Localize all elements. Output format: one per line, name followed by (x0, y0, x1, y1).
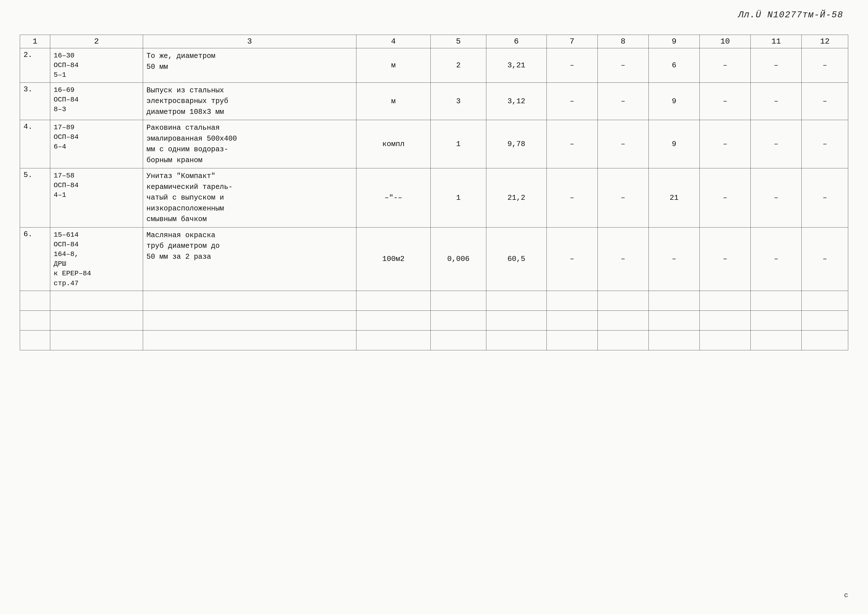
table-row: 3. 16–69ОСП–848–3 Выпуск из стальныхэлек… (20, 82, 848, 120)
table-row: 6. 15–614ОСП–84164–8,ДРШк ЕРЕР–84стр.47 … (20, 227, 848, 291)
row-desc: Унитаз "Компакт"керамический тарель-чаты… (143, 168, 356, 228)
empty-cell (751, 310, 802, 330)
page-footer: с (844, 591, 848, 599)
row-col12: – (802, 82, 848, 120)
row-number: 2. (20, 48, 50, 83)
row-col12: – (802, 168, 848, 228)
col-header-1: 1 (20, 35, 50, 48)
page-indicator: с (844, 591, 848, 599)
page: Лл.Ü N10277тм-Й-58 1 2 3 4 5 6 7 8 9 10 … (0, 0, 868, 614)
row-col11: – (751, 48, 802, 83)
row-qty: 3 (431, 82, 486, 120)
empty-cell (700, 291, 751, 310)
col-header-3: 3 (143, 35, 356, 48)
row-col10: – (700, 48, 751, 83)
col-header-4: 4 (356, 35, 431, 48)
row-qty: 1 (431, 120, 486, 168)
row-price: 21,2 (486, 168, 547, 228)
empty-cell (802, 330, 848, 350)
col-header-5: 5 (431, 35, 486, 48)
row-col8: – (597, 48, 648, 83)
row-qty: 1 (431, 168, 486, 228)
row-col10: – (700, 120, 751, 168)
empty-cell (486, 291, 547, 310)
row-desc: То же, диаметром50 мм (143, 48, 356, 83)
empty-cell (50, 291, 143, 310)
empty-cell (547, 330, 597, 350)
row-desc: Раковина стальнаяэмалированная 500х400мм… (143, 120, 356, 168)
empty-cell (802, 310, 848, 330)
row-price: 9,78 (486, 120, 547, 168)
col-header-12: 12 (802, 35, 848, 48)
empty-cell (486, 310, 547, 330)
row-col7: – (547, 48, 597, 83)
empty-cell (431, 310, 486, 330)
row-col11: – (751, 168, 802, 228)
row-col8: – (597, 227, 648, 291)
table-row: 4. 17–89ОСП–846–4 Раковина стальнаяэмали… (20, 120, 848, 168)
row-unit: 100м2 (356, 227, 431, 291)
empty-cell (751, 330, 802, 350)
empty-cell (597, 291, 648, 310)
table-row: 2. 16–30ОСП–845–1 То же, диаметром50 мм … (20, 48, 848, 83)
row-col12: – (802, 227, 848, 291)
row-col11: – (751, 120, 802, 168)
col-header-9: 9 (648, 35, 699, 48)
empty-cell (356, 330, 431, 350)
row-col7: – (547, 82, 597, 120)
empty-cell (547, 291, 597, 310)
row-col12: – (802, 48, 848, 83)
empty-cell (20, 291, 50, 310)
col-header-8: 8 (597, 35, 648, 48)
header-row: 1 2 3 4 5 6 7 8 9 10 11 12 (20, 35, 848, 48)
empty-cell (648, 291, 699, 310)
empty-cell (143, 330, 356, 350)
row-number: 3. (20, 82, 50, 120)
row-col9: 9 (648, 120, 699, 168)
row-number: 6. (20, 227, 50, 291)
empty-cell (50, 310, 143, 330)
empty-cell (802, 291, 848, 310)
row-ref: 16–30ОСП–845–1 (50, 48, 143, 83)
empty-row (20, 330, 848, 350)
document-stamp: Лл.Ü N10277тм-Й-58 (738, 10, 843, 20)
empty-cell (20, 310, 50, 330)
col-header-7: 7 (547, 35, 597, 48)
row-price: 60,5 (486, 227, 547, 291)
row-unit: –"-– (356, 168, 431, 228)
row-price: 3,21 (486, 48, 547, 83)
row-unit: м (356, 82, 431, 120)
table-row: 5. 17–58ОСП–844–1 Унитаз "Компакт"керами… (20, 168, 848, 228)
empty-row (20, 310, 848, 330)
empty-cell (431, 291, 486, 310)
row-qty: 2 (431, 48, 486, 83)
empty-cell (20, 330, 50, 350)
empty-cell (700, 330, 751, 350)
row-unit: компл (356, 120, 431, 168)
row-number: 4. (20, 120, 50, 168)
row-col12: – (802, 120, 848, 168)
row-unit: м (356, 48, 431, 83)
row-qty: 0,006 (431, 227, 486, 291)
main-table: 1 2 3 4 5 6 7 8 9 10 11 12 2. 16–30ОСП–8… (20, 35, 848, 350)
empty-cell (648, 310, 699, 330)
col-header-2: 2 (50, 35, 143, 48)
empty-cell (431, 330, 486, 350)
row-ref: 17–58ОСП–844–1 (50, 168, 143, 228)
row-col9: 21 (648, 168, 699, 228)
empty-cell (356, 310, 431, 330)
empty-cell (143, 291, 356, 310)
row-col8: – (597, 120, 648, 168)
row-number: 5. (20, 168, 50, 228)
empty-cell (547, 310, 597, 330)
row-col10: – (700, 227, 751, 291)
row-desc: Выпуск из стальныхэлектросварных трубдиа… (143, 82, 356, 120)
col-header-6: 6 (486, 35, 547, 48)
row-col9: 9 (648, 82, 699, 120)
empty-cell (597, 330, 648, 350)
row-col10: – (700, 82, 751, 120)
empty-row (20, 291, 848, 310)
row-col7: – (547, 120, 597, 168)
row-col8: – (597, 82, 648, 120)
empty-cell (143, 310, 356, 330)
